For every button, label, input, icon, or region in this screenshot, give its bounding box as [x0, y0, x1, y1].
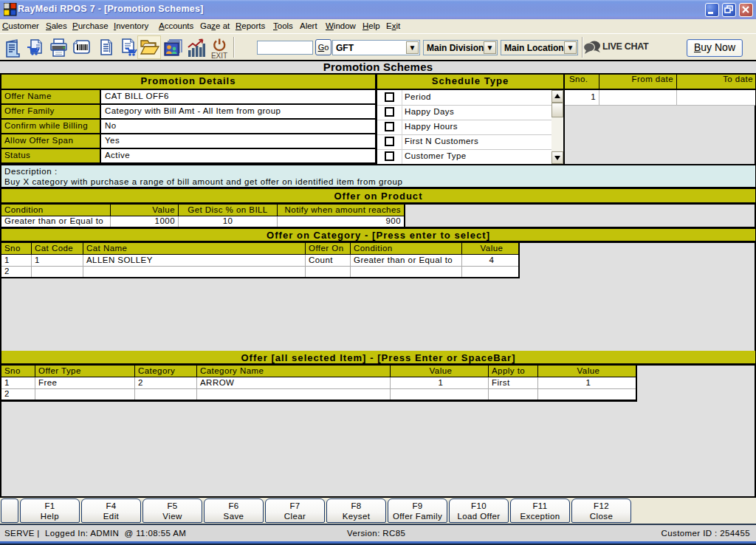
svg-text:EXIT: EXIT — [211, 52, 227, 60]
